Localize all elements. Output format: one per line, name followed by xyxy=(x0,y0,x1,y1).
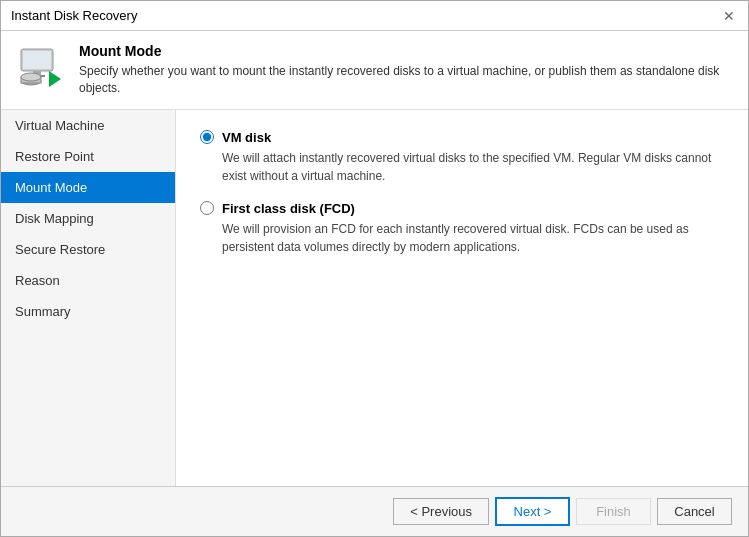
fcd-option: First class disk (FCD) We will provision… xyxy=(200,201,724,256)
fcd-label[interactable]: First class disk (FCD) xyxy=(200,201,724,216)
footer: < Previous Next > Finish Cancel xyxy=(1,486,748,536)
sidebar-item-disk-mapping[interactable]: Disk Mapping xyxy=(1,203,175,234)
mount-mode-options: VM disk We will attach instantly recover… xyxy=(200,130,724,256)
previous-button[interactable]: < Previous xyxy=(393,498,489,525)
header-title: Mount Mode xyxy=(79,43,732,59)
instant-disk-recovery-dialog: Instant Disk Recovery ✕ Mount M xyxy=(0,0,749,537)
fcd-description: We will provision an FCD for each instan… xyxy=(222,220,724,256)
sidebar-item-mount-mode[interactable]: Mount Mode xyxy=(1,172,175,203)
svg-marker-7 xyxy=(49,71,61,87)
disk-icon xyxy=(17,43,65,91)
title-bar-left: Instant Disk Recovery xyxy=(11,8,137,23)
sidebar-item-summary[interactable]: Summary xyxy=(1,296,175,327)
vm-disk-label[interactable]: VM disk xyxy=(200,130,724,145)
body-section: Virtual Machine Restore Point Mount Mode… xyxy=(1,110,748,486)
vm-disk-option: VM disk We will attach instantly recover… xyxy=(200,130,724,185)
next-button[interactable]: Next > xyxy=(495,497,570,526)
dialog-title: Instant Disk Recovery xyxy=(11,8,137,23)
close-button[interactable]: ✕ xyxy=(720,7,738,25)
vm-disk-text: VM disk xyxy=(222,130,271,145)
sidebar-item-restore-point[interactable]: Restore Point xyxy=(1,141,175,172)
svg-point-6 xyxy=(21,73,41,81)
fcd-radio[interactable] xyxy=(200,201,214,215)
sidebar-item-virtual-machine[interactable]: Virtual Machine xyxy=(1,110,175,141)
header-section: Mount Mode Specify whether you want to m… xyxy=(1,31,748,110)
sidebar-item-secure-restore[interactable]: Secure Restore xyxy=(1,234,175,265)
main-content: VM disk We will attach instantly recover… xyxy=(176,110,748,486)
title-bar: Instant Disk Recovery ✕ xyxy=(1,1,748,31)
header-description: Specify whether you want to mount the in… xyxy=(79,63,732,97)
fcd-text: First class disk (FCD) xyxy=(222,201,355,216)
cancel-button[interactable]: Cancel xyxy=(657,498,732,525)
sidebar-item-reason[interactable]: Reason xyxy=(1,265,175,296)
finish-button: Finish xyxy=(576,498,651,525)
vm-disk-radio[interactable] xyxy=(200,130,214,144)
header-text: Mount Mode Specify whether you want to m… xyxy=(79,43,732,97)
vm-disk-description: We will attach instantly recovered virtu… xyxy=(222,149,724,185)
sidebar: Virtual Machine Restore Point Mount Mode… xyxy=(1,110,176,486)
svg-rect-1 xyxy=(23,51,51,69)
